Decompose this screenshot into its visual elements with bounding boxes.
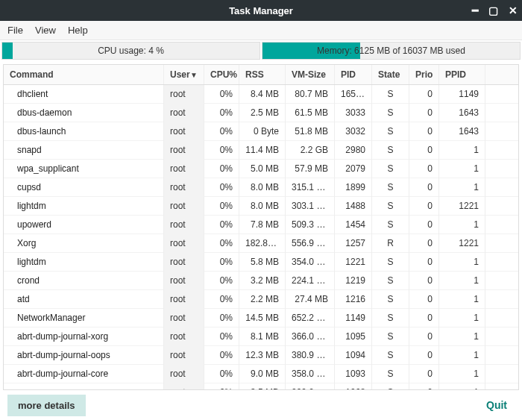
sort-indicator-icon: ▼ bbox=[190, 71, 198, 79]
cell-pid: 1899 bbox=[335, 178, 372, 197]
cell-ppid: 1643 bbox=[439, 122, 485, 141]
table-header: Command User▼ CPU% RSS VM-Size PID State… bbox=[4, 65, 518, 85]
cell-prio: 0 bbox=[409, 383, 439, 389]
cell-prio: 0 bbox=[409, 103, 439, 122]
col-prio[interactable]: Prio bbox=[409, 65, 439, 84]
cell-rss: 9.0 MB bbox=[239, 364, 286, 383]
menu-help[interactable]: Help bbox=[68, 25, 88, 36]
cell-cmd: upowerd bbox=[4, 215, 164, 234]
cell-user: root bbox=[164, 327, 204, 346]
cell-pid: 3033 bbox=[335, 103, 372, 122]
col-cpu[interactable]: CPU% bbox=[204, 65, 239, 84]
cell-rss: 3.2 MB bbox=[239, 271, 286, 290]
table-row[interactable]: abrt-dump-journal-coreroot0%9.0 MB358.0 … bbox=[4, 365, 518, 383]
table-row[interactable]: crondroot0%3.2 MB224.1 MB1219S01 bbox=[4, 272, 518, 290]
menu-view[interactable]: View bbox=[35, 25, 56, 36]
table-row[interactable]: wpa_supplicantroot0%5.0 MB57.9 MB2079S01 bbox=[4, 160, 518, 178]
cell-vm: 303.1 MB bbox=[286, 196, 335, 216]
cell-state: S bbox=[372, 103, 409, 122]
cell-prio: 0 bbox=[409, 159, 439, 178]
table-row[interactable]: lightdmroot0%8.0 MB303.1 MB1488S01221 bbox=[4, 197, 518, 216]
cell-ppid: 1149 bbox=[439, 85, 485, 104]
cell-state: S bbox=[372, 215, 409, 234]
cpu-meter-label: CPU usage: 4 % bbox=[98, 46, 164, 56]
cell-cmd: Xorg bbox=[4, 233, 164, 253]
cell-prio: 0 bbox=[409, 327, 439, 346]
cell-vm: 2.2 GB bbox=[286, 140, 335, 160]
cell-user: root bbox=[164, 85, 204, 104]
cell-state: S bbox=[372, 364, 409, 383]
cell-user: root bbox=[164, 159, 204, 178]
cell-user: root bbox=[164, 122, 204, 141]
cell-cpu: 0% bbox=[204, 178, 239, 197]
minimize-icon[interactable]: ━ bbox=[472, 4, 478, 16]
process-table: Command User▼ CPU% RSS VM-Size PID State… bbox=[3, 64, 519, 390]
cell-state: S bbox=[372, 122, 409, 141]
cell-pid: 1149 bbox=[335, 308, 372, 327]
cell-user: root bbox=[164, 289, 204, 309]
cell-vm: 354.0 MB bbox=[286, 252, 335, 272]
cell-rss: 8.0 MB bbox=[239, 196, 286, 216]
cell-user: root bbox=[164, 383, 204, 389]
table-row[interactable]: abrt-dump-journal-xorgroot0%8.1 MB366.0 … bbox=[4, 327, 518, 346]
col-command[interactable]: Command bbox=[4, 65, 164, 84]
maximize-icon[interactable]: ▢ bbox=[488, 4, 498, 16]
cell-cmd: lightdm bbox=[4, 196, 164, 216]
cell-prio: 0 bbox=[409, 233, 439, 253]
cell-cpu: 0% bbox=[204, 122, 239, 141]
table-row[interactable]: lightdmroot0%5.8 MB354.0 MB1221S01 bbox=[4, 253, 518, 272]
cell-user: root bbox=[164, 271, 204, 290]
cell-state: S bbox=[372, 327, 409, 346]
cell-state: S bbox=[372, 85, 409, 104]
cell-state: S bbox=[372, 308, 409, 327]
col-vm[interactable]: VM-Size bbox=[286, 65, 335, 84]
cell-prio: 0 bbox=[409, 345, 439, 365]
table-row[interactable]: gssproxyroot0%3.5 MB299.2 MB1068S01 bbox=[4, 383, 518, 389]
cell-pid: 1068 bbox=[335, 383, 372, 389]
table-row[interactable]: dbus-daemonroot0%2.5 MB61.5 MB3033S01643 bbox=[4, 104, 518, 122]
close-icon[interactable]: ✕ bbox=[509, 4, 518, 16]
cell-cmd: wpa_supplicant bbox=[4, 159, 164, 178]
cpu-meter[interactable]: CPU usage: 4 % bbox=[1, 42, 260, 60]
more-details-button[interactable]: more details bbox=[7, 395, 86, 416]
cell-pid: 2980 bbox=[335, 140, 372, 160]
cell-cmd: NetworkManager bbox=[4, 308, 164, 327]
table-row[interactable]: abrt-dump-journal-oopsroot0%12.3 MB380.9… bbox=[4, 346, 518, 365]
cell-user: root bbox=[164, 178, 204, 197]
table-row[interactable]: atdroot0%2.2 MB27.4 MB1216S01 bbox=[4, 290, 518, 309]
cell-cmd: lightdm bbox=[4, 252, 164, 272]
cell-rss: 11.4 MB bbox=[239, 140, 286, 160]
cell-pid: 1216 bbox=[335, 289, 372, 309]
cell-vm: 366.0 MB bbox=[286, 327, 335, 346]
cell-prio: 0 bbox=[409, 85, 439, 104]
cell-state: S bbox=[372, 383, 409, 389]
col-user[interactable]: User▼ bbox=[164, 65, 204, 84]
table-row[interactable]: NetworkManagerroot0%14.5 MB652.2 MB1149S… bbox=[4, 309, 518, 327]
col-state[interactable]: State bbox=[372, 65, 409, 84]
table-row[interactable]: upowerdroot0%7.8 MB509.3 MB1454S01 bbox=[4, 216, 518, 234]
cell-prio: 0 bbox=[409, 271, 439, 290]
cell-vm: 57.9 MB bbox=[286, 159, 335, 178]
table-row[interactable]: dbus-launchroot0%0 Byte51.8 MB3032S01643 bbox=[4, 122, 518, 141]
cell-ppid: 1 bbox=[439, 383, 485, 389]
table-row[interactable]: cupsdroot0%8.0 MB315.1 MB1899S01 bbox=[4, 178, 518, 197]
cell-pid: 3032 bbox=[335, 122, 372, 141]
table-body[interactable]: dhclientroot0%8.4 MB80.7 MB16523S01149db… bbox=[4, 85, 518, 389]
table-row[interactable]: snapdroot0%11.4 MB2.2 GB2980S01 bbox=[4, 141, 518, 160]
cell-rss: 8.4 MB bbox=[239, 85, 286, 104]
cell-cmd: dbus-launch bbox=[4, 122, 164, 141]
cell-vm: 652.2 MB bbox=[286, 308, 335, 327]
table-row[interactable]: dhclientroot0%8.4 MB80.7 MB16523S01149 bbox=[4, 85, 518, 104]
col-rss[interactable]: RSS bbox=[239, 65, 286, 84]
memory-meter[interactable]: Memory: 6125 MB of 16037 MB used bbox=[262, 42, 521, 60]
col-ppid[interactable]: PPID bbox=[439, 65, 485, 84]
cell-rss: 0 Byte bbox=[239, 122, 286, 141]
cell-cpu: 0% bbox=[204, 345, 239, 365]
cell-rss: 7.8 MB bbox=[239, 215, 286, 234]
quit-button[interactable]: Quit bbox=[479, 394, 515, 416]
col-pid[interactable]: PID bbox=[335, 65, 372, 84]
cell-cpu: 0% bbox=[204, 196, 239, 216]
cell-vm: 51.8 MB bbox=[286, 122, 335, 141]
menu-file[interactable]: File bbox=[7, 25, 23, 36]
table-row[interactable]: Xorgroot0%182.8 MB556.9 MB1257R01221 bbox=[4, 234, 518, 253]
